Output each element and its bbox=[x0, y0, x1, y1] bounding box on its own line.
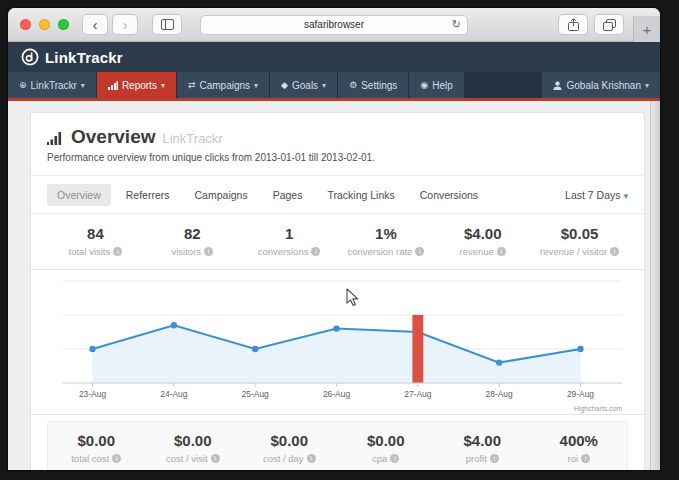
stat-conversions: 1 conversions bbox=[241, 225, 338, 257]
stat-value: 82 bbox=[144, 225, 241, 242]
diamond-icon: ◆ bbox=[281, 80, 288, 90]
top-stats-row: 84 total visits 82 visitors 1 conversion… bbox=[47, 214, 628, 269]
stat-value: 84 bbox=[47, 225, 144, 242]
chevron-down-icon: ▾ bbox=[161, 81, 165, 90]
stat-total-visits: 84 total visits bbox=[47, 225, 144, 257]
stat-value: $0.00 bbox=[338, 432, 435, 449]
sidebar-toggle-button[interactable] bbox=[152, 14, 182, 35]
stat-label: conversions bbox=[258, 246, 309, 257]
chevron-down-icon: ▾ bbox=[645, 81, 649, 90]
brand-name[interactable]: LinkTrackr bbox=[45, 49, 123, 66]
info-icon[interactable] bbox=[490, 454, 499, 463]
svg-text:26-Aug: 26-Aug bbox=[323, 389, 350, 399]
zoom-window-button[interactable] bbox=[58, 19, 69, 30]
stat-cost-per-visit: $0.00 cost / visit bbox=[145, 432, 242, 464]
nav-item-help[interactable]: ◉ Help bbox=[409, 72, 464, 98]
stat-value: 400% bbox=[531, 432, 628, 449]
stat-total-cost: $0.00 total cost bbox=[48, 432, 145, 464]
minimize-window-button[interactable] bbox=[39, 19, 50, 30]
sidebar-icon bbox=[161, 19, 174, 30]
svg-text:Highcharts.com: Highcharts.com bbox=[574, 405, 622, 413]
nav-label: LinkTrackr bbox=[31, 80, 77, 91]
chevron-down-icon: ▾ bbox=[322, 81, 326, 90]
nav-item-reports[interactable]: Reports ▾ bbox=[97, 72, 177, 98]
stat-label: conversion rate bbox=[347, 246, 412, 257]
stat-label: profit bbox=[466, 453, 487, 464]
stat-roi: 400% roi bbox=[531, 432, 628, 464]
info-icon[interactable] bbox=[311, 247, 320, 256]
bar-chart-icon bbox=[108, 81, 118, 90]
page-scrollbar[interactable] bbox=[650, 101, 660, 470]
stat-value: $0.05 bbox=[531, 225, 628, 242]
address-bar-text: safaribrowser bbox=[304, 19, 364, 30]
date-range-dropdown[interactable]: Last 7 Days ▾ bbox=[565, 189, 628, 201]
info-icon[interactable] bbox=[112, 454, 121, 463]
address-bar[interactable]: safaribrowser ↻ bbox=[200, 15, 468, 35]
new-tab-button[interactable]: + bbox=[633, 16, 660, 42]
info-icon[interactable] bbox=[390, 454, 399, 463]
stat-profit: $4.00 profit bbox=[434, 432, 531, 464]
tab-conversions[interactable]: Conversions bbox=[410, 184, 488, 206]
close-window-button[interactable] bbox=[20, 19, 31, 30]
show-tabs-button[interactable] bbox=[594, 14, 624, 35]
forward-button[interactable]: › bbox=[112, 14, 138, 35]
chevron-down-icon: ▾ bbox=[623, 191, 628, 201]
page-title: Overview bbox=[71, 126, 156, 148]
stat-label: total cost bbox=[71, 453, 109, 464]
stat-value: $4.00 bbox=[434, 225, 531, 242]
user-menu[interactable]: Gobala Krishnan ▾ bbox=[541, 72, 660, 98]
stat-label: cost / visit bbox=[166, 453, 208, 464]
info-icon[interactable] bbox=[581, 454, 590, 463]
forward-icon: › bbox=[123, 18, 128, 32]
info-icon[interactable] bbox=[204, 247, 213, 256]
chevron-down-icon: ▾ bbox=[254, 81, 258, 90]
visits-chart: 23-Aug24-Aug25-Aug26-Aug27-Aug28-Aug29-A… bbox=[31, 269, 644, 415]
tab-tracking-links[interactable]: Tracking Links bbox=[317, 184, 404, 206]
info-icon[interactable] bbox=[113, 247, 122, 256]
nav-item-goals[interactable]: ◆ Goals ▾ bbox=[270, 72, 338, 98]
back-button[interactable]: ‹ bbox=[82, 14, 108, 35]
nav-label: Reports bbox=[122, 80, 157, 91]
share-button[interactable] bbox=[558, 14, 588, 35]
info-icon[interactable] bbox=[610, 247, 619, 256]
stat-label: revenue bbox=[460, 246, 494, 257]
stat-value: $0.00 bbox=[48, 432, 145, 449]
reload-icon[interactable]: ↻ bbox=[452, 18, 461, 31]
svg-text:29-Aug: 29-Aug bbox=[567, 389, 594, 399]
info-icon[interactable] bbox=[307, 454, 316, 463]
stat-revenue-per-visitor: $0.05 revenue / visitor bbox=[531, 225, 628, 257]
wrench-icon: ⚙ bbox=[349, 80, 357, 90]
svg-text:28-Aug: 28-Aug bbox=[486, 389, 513, 399]
tab-campaigns[interactable]: Campaigns bbox=[185, 184, 258, 206]
linktrackr-logo-icon bbox=[21, 48, 39, 66]
nav-item-campaigns[interactable]: ⇄ Campaigns ▾ bbox=[177, 72, 270, 98]
window-controls bbox=[20, 19, 69, 30]
stat-label: roi bbox=[567, 453, 578, 464]
tab-overview[interactable]: Overview bbox=[47, 184, 111, 206]
info-icon[interactable] bbox=[497, 247, 506, 256]
stat-label: cost / day bbox=[263, 453, 304, 464]
globe-icon: ⊕ bbox=[19, 80, 27, 90]
back-icon: ‹ bbox=[93, 18, 98, 32]
nav-label: Goals bbox=[292, 80, 318, 91]
stat-label: revenue / visitor bbox=[540, 246, 607, 257]
share-icon bbox=[568, 18, 579, 31]
info-icon[interactable] bbox=[415, 247, 424, 256]
stat-cost-per-day: $0.00 cost / day bbox=[241, 432, 338, 464]
stat-value: 1% bbox=[337, 225, 434, 242]
tab-pages[interactable]: Pages bbox=[263, 184, 313, 206]
nav-item-linktrackr[interactable]: ⊕ LinkTrackr ▾ bbox=[8, 72, 97, 98]
browser-titlebar: ‹ › safaribrowser ↻ + bbox=[8, 8, 660, 42]
stat-value: 1 bbox=[241, 225, 338, 242]
content-card: Overview LinkTrackr Performance overview… bbox=[30, 112, 645, 470]
nav-item-settings[interactable]: ⚙ Settings bbox=[338, 72, 409, 98]
stat-value: $0.00 bbox=[241, 432, 338, 449]
plus-icon: + bbox=[643, 21, 652, 38]
stat-conversion-rate: 1% conversion rate bbox=[337, 225, 434, 257]
stat-value: $4.00 bbox=[434, 432, 531, 449]
shuffle-icon: ⇄ bbox=[188, 80, 196, 90]
svg-text:23-Aug: 23-Aug bbox=[79, 389, 106, 399]
info-icon[interactable] bbox=[211, 454, 220, 463]
date-range-label: Last 7 Days bbox=[565, 189, 620, 201]
tab-referrers[interactable]: Referrers bbox=[116, 184, 180, 206]
